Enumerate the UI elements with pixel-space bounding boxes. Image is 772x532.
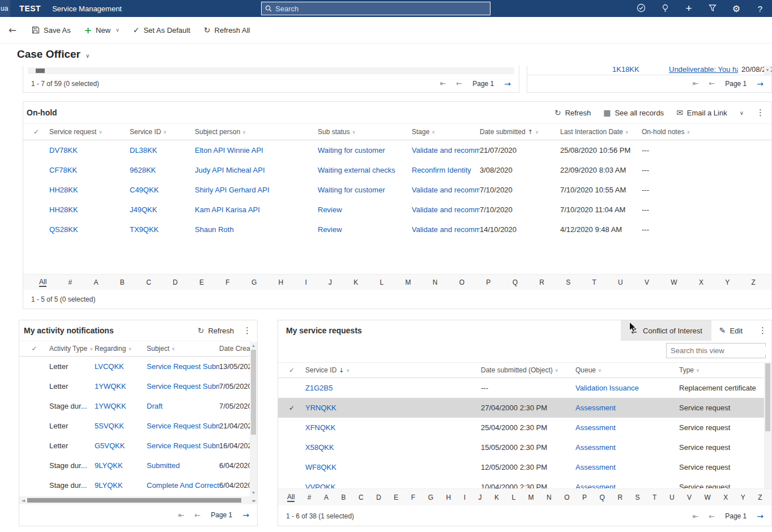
chevron-down-icon[interactable]: ∨	[555, 368, 558, 373]
subject-link[interactable]: Submitted	[147, 461, 219, 470]
column-header-service-id[interactable]: Service ID↓∨	[305, 366, 481, 374]
alphabet-letter[interactable]: C	[359, 494, 364, 501]
chevron-down-icon[interactable]: ∨	[86, 53, 89, 59]
alphabet-letter[interactable]: K	[494, 494, 499, 501]
column-header-regarding[interactable]: Regarding∨	[95, 345, 147, 353]
see-all-records-button[interactable]: ▦ See all records	[603, 108, 664, 117]
email-a-link-button[interactable]: ✉ Email a Link	[676, 108, 727, 117]
refresh-all-button[interactable]: ↻ Refresh All	[197, 17, 257, 43]
chevron-down-icon[interactable]: ∨	[128, 346, 131, 351]
previous-page-button[interactable]: ←	[709, 512, 715, 521]
sub-status-value[interactable]: Waiting for customer	[318, 146, 412, 155]
set-as-default-button[interactable]: ✓ Set As Default	[126, 17, 197, 43]
more-commands-icon[interactable]: ⋮	[758, 325, 767, 336]
lightbulb-icon[interactable]	[653, 3, 677, 14]
refresh-button[interactable]: ↻ Refresh	[555, 108, 591, 117]
previous-page-button[interactable]: ←	[194, 511, 201, 520]
alphabet-letter[interactable]: G	[251, 278, 257, 286]
next-page-button[interactable]: →	[757, 512, 764, 521]
alphabet-letter[interactable]: P	[582, 494, 587, 501]
table-row[interactable]: CF78KK 9628KK Judy API Micheal API Waiti…	[23, 160, 771, 180]
chevron-down-icon[interactable]: ∨	[172, 346, 175, 351]
service-request-link[interactable]: HH28KK	[49, 186, 130, 194]
subject-person-link[interactable]: Shirly API Gerhard API	[195, 186, 318, 194]
alphabet-letter[interactable]: D	[376, 494, 381, 501]
queue-link[interactable]: Assessment	[575, 463, 679, 471]
previous-page-button[interactable]: ←	[709, 79, 715, 88]
stage-value[interactable]: Validate and recommend	[412, 146, 480, 155]
alphabet-letter[interactable]: M	[528, 494, 534, 501]
column-header-date-submitted[interactable]: Date submitted (Object)∨	[481, 366, 575, 374]
view-search-input[interactable]	[671, 346, 770, 355]
service-id-link[interactable]: Z1G2B5	[305, 384, 481, 392]
service-id-link[interactable]: DL38KK	[130, 146, 195, 155]
column-header-activity-type[interactable]: Activity Type∨	[49, 345, 95, 353]
app-name[interactable]: Service Management	[52, 5, 122, 13]
stage-value[interactable]: Reconfirm Identity	[412, 166, 480, 174]
column-header-service-id[interactable]: Service ID∨	[130, 128, 195, 136]
service-request-link[interactable]: HH28KK	[49, 205, 130, 214]
refresh-button[interactable]: ↻ Refresh	[198, 326, 234, 335]
column-header-subject-person[interactable]: Subject person∨	[195, 128, 318, 136]
service-request-link[interactable]: CF78KK	[49, 166, 130, 174]
regarding-link[interactable]: LVCQKK	[95, 362, 147, 371]
queue-link[interactable]: Assessment	[575, 483, 679, 488]
alphabet-letter[interactable]: U	[669, 494, 675, 501]
alphabet-letter[interactable]: Z	[751, 278, 755, 286]
alphabet-letter[interactable]: J	[478, 494, 481, 501]
column-header-type[interactable]: Type∨	[679, 366, 765, 374]
gear-icon[interactable]: ⚙	[724, 3, 748, 14]
horizontal-scrollbar[interactable]: ◄ ►	[19, 496, 258, 504]
sub-status-value[interactable]: Waiting external checks	[318, 166, 412, 174]
column-header-service-request[interactable]: Service request∨	[49, 128, 130, 136]
alphabet-letter[interactable]: W	[671, 278, 677, 286]
subject-link[interactable]: Service Request Submitted	[147, 441, 219, 450]
scrollbar-thumb[interactable]	[251, 350, 256, 435]
chevron-down-icon[interactable]: ∨	[116, 27, 120, 33]
stage-value[interactable]: Validate and recommend	[412, 225, 480, 234]
first-page-button[interactable]: ⇤	[178, 511, 184, 520]
first-page-button[interactable]: ⇤	[440, 79, 446, 88]
table-row[interactable]: Letter LVCQKK Service Request Submitted …	[19, 357, 251, 376]
global-search-input[interactable]	[275, 5, 479, 13]
scrollbar-thumb[interactable]	[27, 498, 241, 503]
alphabet-letter[interactable]: M	[406, 278, 411, 286]
alphabet-letter[interactable]: H	[446, 494, 451, 501]
chevron-down-icon[interactable]: ∨	[242, 130, 246, 135]
sub-status-value[interactable]: Review	[318, 225, 412, 234]
scrollbar-down-arrow[interactable]: ▾	[764, 66, 771, 75]
table-row[interactable]: HH28KK C49QKK Shirly API Gerhard API Wai…	[23, 180, 771, 200]
first-page-button[interactable]: ⇤	[692, 512, 698, 521]
scrollbar-right-arrow[interactable]: ►	[251, 498, 257, 503]
scrollbar-thumb[interactable]	[765, 363, 770, 431]
next-page-button[interactable]: →	[757, 79, 764, 88]
alphabet-letter[interactable]: U	[618, 278, 623, 286]
vertical-scrollbar[interactable]: ▴ ▾	[250, 342, 257, 496]
table-row[interactable]: Stage dur... 9LYQKK Submitted 6/04/2020	[19, 456, 251, 475]
vertical-scrollbar[interactable]	[764, 362, 771, 488]
sub-status-value[interactable]: Review	[318, 205, 412, 214]
table-row[interactable]: DV78KK DL38KK Elton API Winnie API Waiti…	[23, 140, 771, 160]
alphabet-letter[interactable]: P	[486, 278, 491, 286]
chevron-down-icon[interactable]: ∨	[352, 130, 356, 135]
regarding-link[interactable]: 1YWQKK	[95, 402, 147, 410]
column-header-stage[interactable]: Stage∨	[412, 128, 480, 136]
column-header-date-created[interactable]: Date Created	[219, 345, 251, 353]
regarding-link[interactable]: 9LYQKK	[95, 461, 147, 470]
alphabet-letter[interactable]: D	[173, 278, 178, 286]
service-id-link[interactable]: C49QKK	[130, 186, 195, 194]
subject-person-link[interactable]: Judy API Micheal API	[195, 166, 318, 174]
alphabet-letter[interactable]: E	[199, 278, 204, 286]
alphabet-letter[interactable]: I	[305, 278, 306, 286]
help-icon[interactable]: ?	[748, 4, 772, 14]
stage-value[interactable]: Validate and recommend	[412, 205, 480, 214]
chevron-down-icon[interactable]: ∨	[686, 130, 690, 135]
alphabet-letter[interactable]: T	[652, 494, 656, 501]
regarding-link[interactable]: 9LYQKK	[95, 481, 147, 490]
alphabet-letter[interactable]: X	[699, 278, 703, 286]
alphabet-letter[interactable]: F	[225, 278, 229, 286]
next-page-button[interactable]: →	[504, 79, 511, 88]
column-header-sub-status[interactable]: Sub status∨	[318, 128, 412, 136]
alphabet-letter[interactable]: E	[394, 494, 398, 501]
alphabet-letter[interactable]: A	[94, 278, 99, 286]
